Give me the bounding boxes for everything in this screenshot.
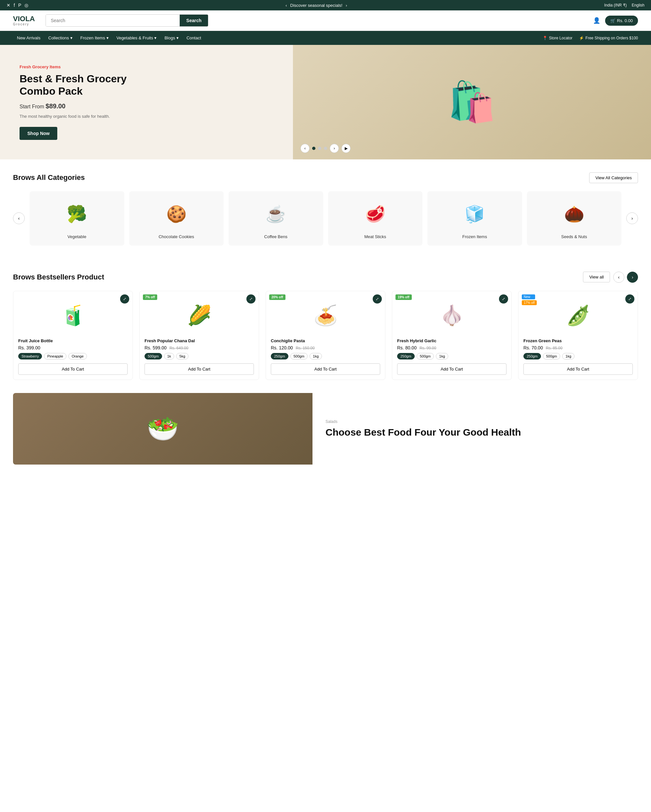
logo[interactable]: VIOLA Grocery — [13, 15, 39, 26]
product-pasta-image: 🍝 — [271, 296, 380, 335]
product-chana-expand[interactable]: ⤢ — [246, 295, 255, 304]
facebook-icon[interactable]: f — [14, 3, 15, 8]
region-selector[interactable]: India (INR ₹) — [604, 3, 627, 8]
hero-prev[interactable]: ‹ — [300, 144, 310, 153]
hero-play[interactable]: ▶ — [341, 144, 351, 153]
product-garlic-name: Fresh Hybrid Garlic — [397, 338, 506, 343]
cart-button[interactable]: 🛒 Rs. 0.00 — [605, 15, 638, 26]
nav-item-new-arrivals[interactable]: New Arrivals — [13, 31, 44, 45]
nav-label-contact: Contact — [186, 35, 201, 40]
hero-banner: Fresh Grocery Items Best & Fresh Grocery… — [0, 45, 651, 159]
bestsellers-header: Brows Bestsellers Product View all ‹ › — [13, 272, 638, 283]
view-all-bestsellers-button[interactable]: View all — [583, 272, 610, 282]
category-cookies[interactable]: 🍪 Chocolate Cookies — [129, 191, 224, 246]
product-garlic-expand[interactable]: ⤢ — [499, 295, 508, 304]
view-all-categories-button[interactable]: View All Categories — [589, 172, 638, 183]
hero-next[interactable]: › — [330, 144, 339, 153]
product-pasta-price: Rs. 120.00 Rs. 150.00 — [271, 345, 380, 350]
cart-icon: 🛒 — [610, 18, 616, 23]
search-input[interactable] — [46, 15, 180, 26]
category-meat-label: Meat Sticks — [332, 234, 420, 239]
product-pasta-current-price: Rs. 120.00 — [271, 345, 293, 350]
product-juice-expand[interactable]: ⤢ — [120, 295, 129, 304]
instagram-icon[interactable]: ◎ — [24, 3, 28, 8]
hero-price-value: $89.00 — [46, 102, 66, 110]
nav-item-vegetables[interactable]: Vegetables & Fruits ▾ — [113, 31, 161, 45]
product-garlic-badge: 19% off — [396, 295, 412, 300]
bestsellers-prev[interactable]: ‹ — [613, 272, 624, 283]
variant-5kg[interactable]: 5kg — [176, 353, 188, 359]
product-peas-off-badge: 17% off — [522, 300, 537, 305]
category-seeds[interactable]: 🌰 Seeds & Nuts — [527, 191, 622, 246]
hero-dot-1[interactable] — [312, 147, 315, 150]
variant-500gm[interactable]: 500gm — [145, 353, 162, 359]
bestsellers-section: Brows Bestsellers Product View all ‹ › ⤢… — [0, 259, 651, 393]
product-chana-name: Fresh Popular Chana Dal — [145, 338, 254, 343]
store-locator[interactable]: 📍 Store Locator — [542, 36, 573, 40]
variant-1kg-p[interactable]: 1kg — [562, 353, 575, 359]
variant-strawberry[interactable]: Strawberry — [18, 353, 42, 359]
category-seeds-image: 🌰 — [530, 198, 619, 230]
variant-500gm-g[interactable]: 500gm — [417, 353, 434, 359]
language-selector[interactable]: English — [632, 3, 645, 8]
products-grid: ⤢ 🧃 Fruit Juice Bottle Rs. 399.00 Strawb… — [13, 291, 638, 380]
product-juice-add-to-cart[interactable]: Add To Cart — [18, 363, 128, 375]
product-peas-image: 🫛 — [523, 296, 633, 335]
announcement-prev[interactable]: ‹ — [286, 3, 287, 8]
product-chana-current-price: Rs. 599.00 — [145, 345, 167, 350]
categories-next[interactable]: › — [626, 212, 638, 224]
product-juice-variants: Strawberry Pineapple Orange — [18, 353, 128, 359]
variant-1kg-g[interactable]: 1kg — [436, 353, 448, 359]
product-pasta-add-to-cart[interactable]: Add To Cart — [271, 363, 380, 375]
hero-price: Start From $89.00 — [20, 102, 156, 110]
category-coffee[interactable]: ☕ Coffee Bens — [229, 191, 323, 246]
product-garlic-add-to-cart[interactable]: Add To Cart — [397, 363, 506, 375]
search-button[interactable]: Search — [180, 15, 208, 26]
variant-1k[interactable]: 1k — [164, 353, 174, 359]
category-frozen-image: 🧊 — [431, 198, 519, 230]
variant-500gm-2[interactable]: 500gm — [290, 353, 308, 359]
product-chana-add-to-cart[interactable]: Add To Cart — [145, 363, 254, 375]
variant-500gm-p[interactable]: 500gm — [543, 353, 561, 359]
product-garlic-old-price: Rs. 99.00 — [420, 346, 436, 350]
nav-left: New Arrivals Collections ▾ Frozen Items … — [13, 31, 541, 45]
nav-label-blogs: Blogs — [164, 35, 175, 40]
category-vegetable[interactable]: 🥦 Vegetable — [30, 191, 124, 246]
product-pasta-name: Conchiglie Pasta — [271, 338, 380, 343]
nav-item-contact[interactable]: Contact — [183, 31, 205, 45]
category-vegetable-image: 🥦 — [33, 198, 121, 230]
product-peas-add-to-cart[interactable]: Add To Cart — [523, 363, 633, 375]
announcement-next[interactable]: › — [346, 3, 347, 8]
hero-dot-2[interactable] — [318, 147, 321, 150]
announcement-bar: ✕ f P ◎ ‹ Discover seasonal specials! › … — [0, 0, 651, 11]
main-nav: New Arrivals Collections ▾ Frozen Items … — [0, 31, 651, 45]
vegetables-chevron: ▾ — [154, 35, 157, 40]
twitter-icon[interactable]: ✕ — [6, 3, 11, 8]
product-pasta-expand[interactable]: ⤢ — [373, 295, 382, 304]
category-meat[interactable]: 🥩 Meat Sticks — [328, 191, 423, 246]
announcement-right: India (INR ₹) English — [604, 3, 645, 8]
pinterest-icon[interactable]: P — [18, 3, 21, 8]
bestsellers-next[interactable]: › — [627, 272, 638, 283]
variant-orange[interactable]: Orange — [68, 353, 87, 359]
variant-250gm-p[interactable]: 250gm — [523, 353, 541, 359]
variant-250gm-g[interactable]: 250gm — [397, 353, 415, 359]
categories-prev[interactable]: ‹ — [13, 212, 25, 224]
frozen-chevron: ▾ — [107, 35, 109, 40]
bestsellers-controls: View all ‹ › — [583, 272, 638, 283]
variant-1kg[interactable]: 1kg — [310, 353, 322, 359]
nav-item-collections[interactable]: Collections ▾ — [44, 31, 76, 45]
variant-250gm[interactable]: 250gm — [271, 353, 289, 359]
nav-item-frozen[interactable]: Frozen Items ▾ — [76, 31, 113, 45]
hero-image: 🛍️ — [293, 45, 651, 159]
hero-price-label: Start From — [20, 104, 44, 109]
shop-now-button[interactable]: Shop Now — [20, 127, 57, 140]
hero-dot-3[interactable] — [324, 147, 327, 150]
product-peas-expand[interactable]: ⤢ — [625, 295, 634, 304]
bestsellers-nav: ‹ › — [613, 272, 638, 283]
account-icon[interactable]: 👤 — [593, 17, 600, 24]
variant-pineapple[interactable]: Pineapple — [44, 353, 66, 359]
nav-item-blogs[interactable]: Blogs ▾ — [160, 31, 183, 45]
free-shipping[interactable]: ⚡ Free Shipping on Orders $100 — [579, 36, 638, 40]
category-frozen[interactable]: 🧊 Frozen Items — [427, 191, 522, 246]
